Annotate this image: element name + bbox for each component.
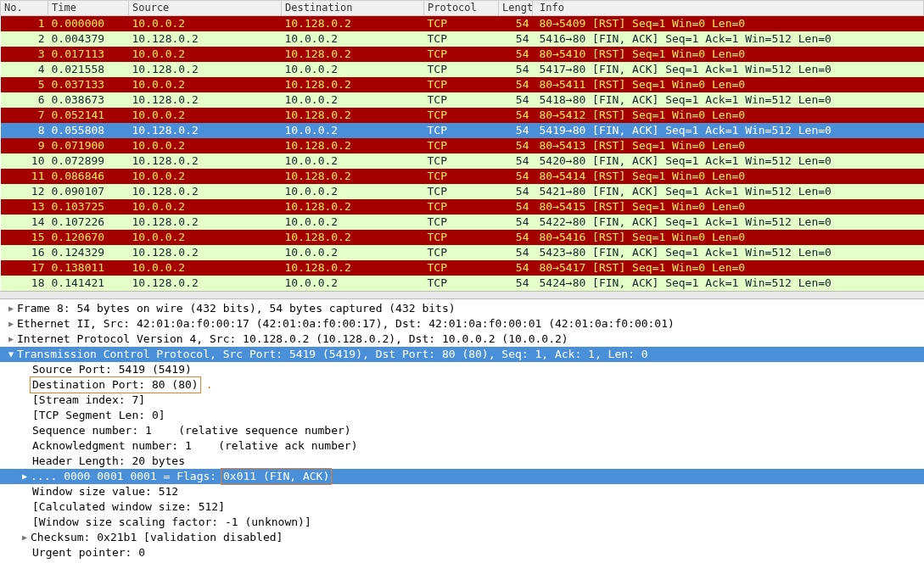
packet-row[interactable]: 40.02155810.128.0.210.0.0.2TCP545417→80 … — [1, 62, 924, 77]
cell-dst: 10.0.0.2 — [282, 184, 424, 199]
packet-row[interactable]: 10.00000010.0.0.210.128.0.2TCP5480→5409 … — [1, 16, 924, 31]
cell-dst: 10.128.0.2 — [282, 230, 424, 245]
packet-row[interactable]: 70.05214110.0.0.210.128.0.2TCP5480→5412 … — [1, 108, 924, 123]
cell-src: 10.0.0.2 — [129, 108, 282, 123]
tree-ip[interactable]: ▶Internet Protocol Version 4, Src: 10.12… — [0, 332, 924, 347]
cell-len: 54 — [499, 245, 533, 260]
tree-tcp-header[interactable]: ▼Transmission Control Protocol, Src Port… — [0, 347, 924, 362]
packet-row[interactable]: 140.10722610.128.0.210.0.0.2TCP545422→80… — [1, 215, 924, 230]
highlight-dst-port: Destination Port: 80 (80) — [30, 376, 201, 393]
cell-time: 0.071900 — [48, 138, 129, 153]
packet-row[interactable]: 100.07289910.128.0.210.0.0.2TCP545420→80… — [1, 153, 924, 169]
col-len[interactable]: Length — [499, 1, 533, 16]
cell-src: 10.0.0.2 — [129, 16, 282, 31]
packet-row[interactable]: 90.07190010.0.0.210.128.0.2TCP5480→5413 … — [1, 138, 924, 153]
cell-info: 80→5409 [RST] Seq=1 Win=0 Len=0 — [533, 16, 924, 31]
packet-row[interactable]: 160.12432910.128.0.210.0.0.2TCP545423→80… — [1, 245, 924, 260]
cell-info: 80→5411 [RST] Seq=1 Win=0 Len=0 — [533, 77, 924, 92]
cell-proto: TCP — [424, 108, 499, 123]
cell-time: 0.037133 — [48, 77, 129, 92]
cell-no: 12 — [1, 184, 48, 199]
pane-divider[interactable] — [0, 291, 924, 299]
tree-win-size[interactable]: Window size value: 512 — [0, 484, 924, 499]
tree-flags[interactable]: ▶.... 0000 0001 0001 = Flags: 0x011 (FIN… — [0, 469, 924, 484]
cell-proto: TCP — [424, 62, 499, 77]
cell-info: 80→5414 [RST] Seq=1 Win=0 Len=0 — [533, 169, 924, 184]
packet-row[interactable]: 130.10372510.0.0.210.128.0.2TCP5480→5415… — [1, 199, 924, 215]
cell-info: 80→5415 [RST] Seq=1 Win=0 Len=0 — [533, 199, 924, 215]
col-no[interactable]: No. — [1, 1, 48, 16]
expand-icon[interactable]: ▶ — [5, 318, 17, 330]
cell-src: 10.128.0.2 — [129, 31, 282, 47]
tree-seq[interactable]: Sequence number: 1 (relative sequence nu… — [0, 423, 924, 438]
cell-len: 54 — [499, 153, 533, 169]
cell-no: 8 — [1, 123, 48, 138]
collapse-icon[interactable]: ▼ — [5, 348, 17, 360]
cell-no: 10 — [1, 153, 48, 169]
col-time[interactable]: Time — [48, 1, 129, 16]
packet-row[interactable]: 110.08684610.0.0.210.128.0.2TCP5480→5414… — [1, 169, 924, 184]
cell-proto: TCP — [424, 153, 499, 169]
tree-checksum[interactable]: ▶Checksum: 0x21b1 [validation disabled] — [0, 530, 924, 545]
tree-calc-win[interactable]: [Calculated window size: 512] — [0, 499, 924, 515]
cell-info: 5417→80 [FIN, ACK] Seq=1 Ack=1 Win=512 L… — [533, 62, 924, 77]
cell-info: 5418→80 [FIN, ACK] Seq=1 Ack=1 Win=512 L… — [533, 92, 924, 108]
expand-icon[interactable]: ▶ — [19, 471, 31, 482]
cell-no: 14 — [1, 215, 48, 230]
cell-time: 0.021558 — [48, 62, 129, 77]
packet-list-header[interactable]: No. Time Source Destination Protocol Len… — [1, 1, 924, 16]
packet-row[interactable]: 120.09010710.128.0.210.0.0.2TCP545421→80… — [1, 184, 924, 199]
expand-icon[interactable]: ▶ — [5, 333, 17, 345]
cell-len: 54 — [499, 184, 533, 199]
expand-icon[interactable]: ▶ — [19, 532, 31, 543]
tree-src-port[interactable]: Source Port: 5419 (5419) — [0, 362, 924, 377]
packet-row[interactable]: 20.00437910.128.0.210.0.0.2TCP545416→80 … — [1, 31, 924, 47]
col-proto[interactable]: Protocol — [424, 1, 499, 16]
packet-row[interactable]: 80.05580810.128.0.210.0.0.2TCP545419→80 … — [1, 123, 924, 138]
cell-proto: TCP — [424, 123, 499, 138]
packet-row[interactable]: 180.14142110.128.0.210.0.0.2TCP545424→80… — [1, 276, 924, 291]
cell-no: 2 — [1, 31, 48, 47]
tree-ack[interactable]: Acknowledgment number: 1 (relative ack n… — [0, 438, 924, 454]
cell-src: 10.128.0.2 — [129, 184, 282, 199]
cell-src: 10.128.0.2 — [129, 153, 282, 169]
tree-dst-port[interactable]: Destination Port: 80 (80). — [0, 377, 924, 393]
packet-row[interactable]: 50.03713310.0.0.210.128.0.2TCP5480→5411 … — [1, 77, 924, 92]
col-src[interactable]: Source — [129, 1, 282, 16]
cell-dst: 10.0.0.2 — [282, 31, 424, 47]
packet-details-tree[interactable]: ▶Frame 8: 54 bytes on wire (432 bits), 5… — [0, 299, 924, 566]
cell-src: 10.128.0.2 — [129, 62, 282, 77]
cell-src: 10.0.0.2 — [129, 77, 282, 92]
packet-list-table[interactable]: No. Time Source Destination Protocol Len… — [0, 0, 924, 291]
tree-stream-index[interactable]: [Stream index: 7] — [0, 393, 924, 408]
tree-hdr-len[interactable]: Header Length: 20 bytes — [0, 454, 924, 469]
cell-info: 5416→80 [FIN, ACK] Seq=1 Ack=1 Win=512 L… — [533, 31, 924, 47]
cell-src: 10.0.0.2 — [129, 138, 282, 153]
cell-dst: 10.0.0.2 — [282, 92, 424, 108]
expand-icon[interactable]: ▶ — [5, 303, 17, 315]
cell-time: 0.124329 — [48, 245, 129, 260]
cell-len: 54 — [499, 123, 533, 138]
packet-row[interactable]: 150.12067010.0.0.210.128.0.2TCP5480→5416… — [1, 230, 924, 245]
tree-urgent[interactable]: Urgent pointer: 0 — [0, 545, 924, 560]
cell-time: 0.055808 — [48, 123, 129, 138]
cell-proto: TCP — [424, 47, 499, 62]
tree-win-scale[interactable]: [Window size scaling factor: -1 (unknown… — [0, 515, 924, 530]
tree-seg-len[interactable]: [TCP Segment Len: 0] — [0, 408, 924, 423]
cell-time: 0.038673 — [48, 92, 129, 108]
tree-frame[interactable]: ▶Frame 8: 54 bytes on wire (432 bits), 5… — [0, 301, 924, 316]
cell-dst: 10.128.0.2 — [282, 169, 424, 184]
tree-ethernet[interactable]: ▶Ethernet II, Src: 42:01:0a:f0:00:17 (42… — [0, 316, 924, 332]
col-dst[interactable]: Destination — [282, 1, 424, 16]
cell-no: 6 — [1, 92, 48, 108]
cell-no: 11 — [1, 169, 48, 184]
cell-info: 80→5412 [RST] Seq=1 Win=0 Len=0 — [533, 108, 924, 123]
packet-row[interactable]: 60.03867310.128.0.210.0.0.2TCP545418→80 … — [1, 92, 924, 108]
packet-row[interactable]: 170.13801110.0.0.210.128.0.2TCP5480→5417… — [1, 260, 924, 276]
cell-no: 5 — [1, 77, 48, 92]
cell-proto: TCP — [424, 16, 499, 31]
packet-list-body[interactable]: 10.00000010.0.0.210.128.0.2TCP5480→5409 … — [1, 16, 924, 291]
col-info[interactable]: Info — [533, 1, 924, 16]
cell-no: 17 — [1, 260, 48, 276]
packet-row[interactable]: 30.01711310.0.0.210.128.0.2TCP5480→5410 … — [1, 47, 924, 62]
